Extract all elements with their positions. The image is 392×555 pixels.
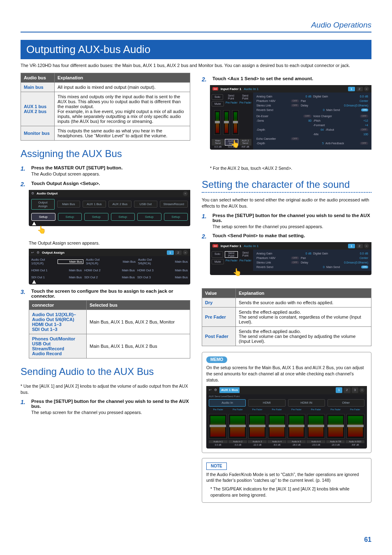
right-column: 2. Touch <Aux 1 Send> to set the send am… [202,73,371,502]
assign-step-2: 2. Touch Output Assign <Setup>. [21,181,190,187]
gear-icon: ⚙ [214,388,217,392]
sending-h2: Sending Audio to the AUX Bus [21,366,190,379]
header-rule [21,32,371,32]
memo-badge: MEMO [206,356,227,363]
output-assign-screenshot: ↩⚙Output Assign 12× Audio Out 1/2(XLR)Ma… [29,249,190,284]
value-table: ValueExplanation DrySends the source aud… [202,288,371,346]
close-icon: × [364,86,369,91]
gear-icon: ⚙ [37,251,39,254]
memo-box: MEMO On the setup screens for the Main B… [202,352,371,453]
left-column: Audio busExplanation Main busAll input a… [21,73,190,502]
section-header: Audio Operations [21,21,371,30]
note-badge: NOTE [206,462,227,470]
assigning-h2: Assigning the AUX Bus [21,148,190,161]
connector-table: connectorSelected bus Audio Out 1/2(XLR)… [29,300,190,358]
right-step-2: 2. Touch <Aux 1 Send> to set the send am… [202,76,371,83]
audio-output-screenshot: ⚙Audio Output× Output Assign Main Bus AU… [29,190,190,226]
close-icon: × [364,243,369,248]
send-note: * Use the [AUX 1] and [AUX 2] knobs to a… [21,383,190,395]
pointer-icon: 👆 [233,268,392,277]
close-icon: × [360,388,364,393]
aux2-note: * For the AUX 2 bus, touch <AUX 2 Send>. [210,165,371,171]
arrow-up-icon [32,222,36,225]
pointer-icon: 👆 [231,139,392,148]
assign-step-1: 1. Press the MASTER OUT [SETUP] button. … [21,165,190,177]
bus-table: Audio busExplanation Main busAll input a… [21,73,190,141]
intro-text: The VR-120HD has four different audio bu… [21,62,371,69]
assign-after-text: The Output Assign screen appears. [29,240,190,246]
pointer-icon: 👆 [37,225,207,234]
page-number: 61 [364,536,371,543]
char-intro: You can select whether to send either th… [202,197,371,210]
char-step-1: 1. Press the [SETUP] button for the chan… [202,213,371,230]
gear-icon: ⚙ [31,192,34,195]
char-step-2: 2. Touch <Send Point> to make that setti… [202,233,371,240]
page-title: Outputting AUX-bus Audio [21,40,371,59]
assign-step-3: 3. Touch the screen to configure the bus… [21,289,190,298]
close-icon: × [183,191,188,196]
arrow-up-icon [32,280,36,284]
aux-bus-screenshot: ↩⚙AUX 1 Bus 123× AUX Send Level/Send Poi… [206,386,367,448]
send-step-1: 1. Press the [SETUP] button for the chan… [21,399,190,416]
note-box: NOTE If the Audio Fader/Knob Mode is set… [202,458,371,503]
close-icon: × [183,250,188,255]
character-h2: Setting the character of the sound [202,179,371,193]
